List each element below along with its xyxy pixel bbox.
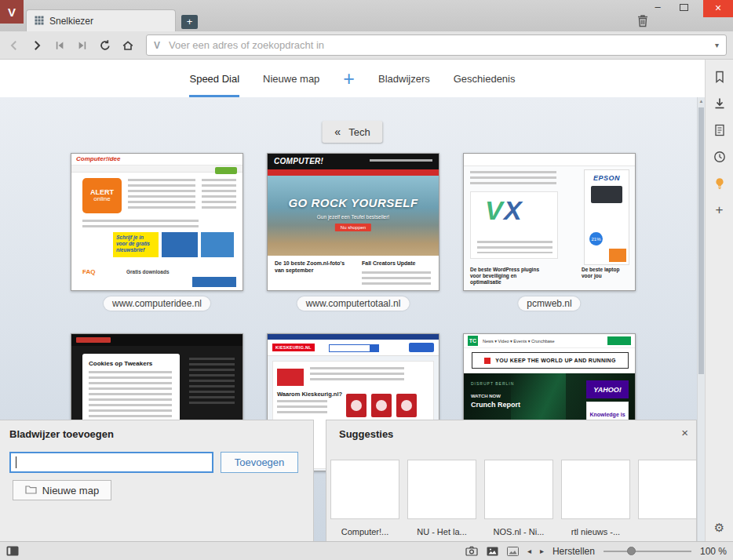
footer-blue-box xyxy=(192,277,236,287)
tab-geschiedenis[interactable]: Geschiedenis xyxy=(454,60,516,97)
zoom-slider-thumb[interactable] xyxy=(627,547,636,555)
notes-panel-icon[interactable] xyxy=(713,123,727,137)
red-promo-box xyxy=(277,369,304,386)
minimize-button[interactable]: – xyxy=(648,1,667,15)
faq-label: FAQ xyxy=(82,268,95,275)
suggestion-thumbnail xyxy=(561,460,630,519)
zoom-level: 100 % xyxy=(700,546,727,557)
bookmark-name-input[interactable] xyxy=(16,453,210,471)
new-folder-button[interactable]: Nieuwe map xyxy=(13,480,111,500)
panel-bar: + ⚙ xyxy=(705,60,733,541)
suggestion-item[interactable]: NOS.nl - Ni... xyxy=(484,460,553,536)
vivaldi-menu-button[interactable]: V xyxy=(0,0,24,24)
add-bookmark-button[interactable]: Toevoegen xyxy=(221,452,298,473)
close-icon[interactable]: × xyxy=(681,426,688,439)
back-button[interactable] xyxy=(4,35,24,56)
article-headline: De beste laptop voor jou xyxy=(582,267,630,279)
forward-button[interactable] xyxy=(27,35,47,56)
watch-now-label: WATCH NOW xyxy=(471,394,501,398)
navigation-bar: V ▾ xyxy=(0,31,733,60)
group-back-button[interactable]: « Tech xyxy=(322,121,382,143)
site-thumbnail: COMPUTER! GO ROCK YOURSELF Gun jezelf ee… xyxy=(267,153,439,291)
history-panel-icon[interactable] xyxy=(713,150,727,164)
restore-tab-button[interactable]: Herstellen xyxy=(552,546,595,557)
suggestion-item[interactable]: NU - Het la... xyxy=(407,460,476,536)
speed-dial-item-pcmweb[interactable]: V X EPSON 21% De beste WordPress plugins… xyxy=(463,153,636,291)
printer-image xyxy=(591,186,622,203)
panel-title: Suggesties xyxy=(339,428,393,440)
suggestion-item[interactable] xyxy=(638,460,696,536)
site-thumbnail: Computer!idee ALERT online Schrijf je in… xyxy=(71,153,243,291)
tile-left-icon[interactable]: ◂ xyxy=(527,547,531,555)
bookmarks-panel-icon[interactable] xyxy=(713,70,727,84)
settings-gear-icon[interactable]: ⚙ xyxy=(714,521,724,535)
gratis-label: Gratis downloads xyxy=(126,269,170,275)
ad-banner: YOU KEEP THE WORLD UP AND RUNNING xyxy=(472,352,629,369)
capture-page-icon[interactable] xyxy=(465,546,478,556)
article-headline: Fall Creators Update xyxy=(362,260,432,266)
downloads-panel-icon[interactable] xyxy=(713,96,727,111)
images-off-icon[interactable] xyxy=(507,547,519,556)
tile-right-icon[interactable]: ▸ xyxy=(540,547,544,555)
product-image xyxy=(346,394,366,417)
statusbar-right-cluster: ◂ ▸ Herstellen 100 % xyxy=(465,542,727,560)
blue-promo-box xyxy=(162,232,198,257)
site-search-bar xyxy=(329,344,379,352)
suggestion-thumbnail xyxy=(484,460,553,519)
scrollbar-thumb[interactable] xyxy=(698,107,704,374)
panel-title: Bladwijzer toevoegen xyxy=(9,428,114,440)
address-input[interactable] xyxy=(169,36,704,54)
tweakers-logo xyxy=(76,337,111,343)
newsletter-promo: Schrijf je in voor de gratis nieuwsbrief xyxy=(113,232,159,257)
article-headline: De 10 beste Zoom.nl-foto's van september xyxy=(275,260,350,275)
epson-ad: EPSON 21% xyxy=(584,169,629,265)
site-top-bar xyxy=(268,334,439,340)
site-masthead: COMPUTER! xyxy=(268,154,439,169)
hero-button: Nu shoppen xyxy=(335,224,371,231)
vivaldi-logo-icon: V xyxy=(8,5,16,19)
ad-brand: EPSON xyxy=(585,174,629,182)
nav-buttons xyxy=(4,35,138,56)
text-lines xyxy=(82,220,199,229)
add-panel-icon[interactable]: + xyxy=(713,203,727,217)
address-dropdown-icon[interactable]: ▾ xyxy=(715,41,719,49)
speed-dial-item-computertotaal[interactable]: COMPUTER! GO ROCK YOURSELF Gun jezelf ee… xyxy=(267,153,439,291)
scrollbar[interactable]: ▲ xyxy=(697,97,705,541)
start-page-nav: Speed Dial Nieuwe map + Bladwijzers Gesc… xyxy=(0,60,705,97)
site-thumbnail: V X EPSON 21% De beste WordPress plugins… xyxy=(463,153,636,291)
site-green-button xyxy=(215,167,237,174)
tab-nieuwe-map[interactable]: Nieuwe map xyxy=(263,60,319,97)
scroll-up-arrow[interactable]: ▲ xyxy=(698,99,705,104)
site-logo: Computer!idee xyxy=(76,155,120,162)
reload-button[interactable] xyxy=(95,35,115,56)
alert-online-badge: ALERT online xyxy=(82,178,122,213)
toggle-panel-button[interactable] xyxy=(6,542,19,560)
panel-toggle-icon xyxy=(6,546,19,556)
tab-bladwijzers[interactable]: Bladwijzers xyxy=(378,60,430,97)
site-header xyxy=(464,154,635,166)
fast-forward-button[interactable] xyxy=(72,35,93,56)
suggestion-label: rtl nieuws -... xyxy=(561,527,630,536)
speed-dial-item-computeridee[interactable]: Computer!idee ALERT online Schrijf je in… xyxy=(71,153,243,291)
add-group-button[interactable]: + xyxy=(343,60,355,97)
suggestions-lightbulb-icon[interactable] xyxy=(713,176,727,191)
address-bar: V ▾ xyxy=(146,35,727,56)
tab-speed-dial[interactable]: Snelkiezer xyxy=(26,9,176,31)
hero-image: GO ROCK YOURSELF Gun jezelf een Teufel b… xyxy=(268,176,439,256)
images-on-icon[interactable] xyxy=(487,547,498,556)
suggestion-item[interactable]: Computer!... xyxy=(330,460,399,536)
orange-deal-box xyxy=(609,249,626,262)
site-menu: News ▾ Video ▾ Events ▾ Crunchbase xyxy=(483,339,555,344)
content-heading: Waarom Kieskeurig.nl? xyxy=(277,391,342,398)
rewind-button[interactable] xyxy=(49,35,70,56)
zoom-slider[interactable] xyxy=(604,551,691,552)
suggestion-item[interactable]: rtl nieuws -... xyxy=(561,460,630,536)
maximize-button[interactable] xyxy=(680,4,688,11)
tab-speed-dial-nav[interactable]: Speed Dial xyxy=(189,60,239,97)
new-tab-button[interactable]: + xyxy=(181,15,198,29)
product-image xyxy=(396,394,417,417)
disrupt-label: DISRUPT BERLIN xyxy=(471,381,514,386)
home-button[interactable] xyxy=(118,35,138,56)
trash-closed-tabs-button[interactable] xyxy=(634,14,651,31)
close-button[interactable]: × xyxy=(703,0,733,17)
